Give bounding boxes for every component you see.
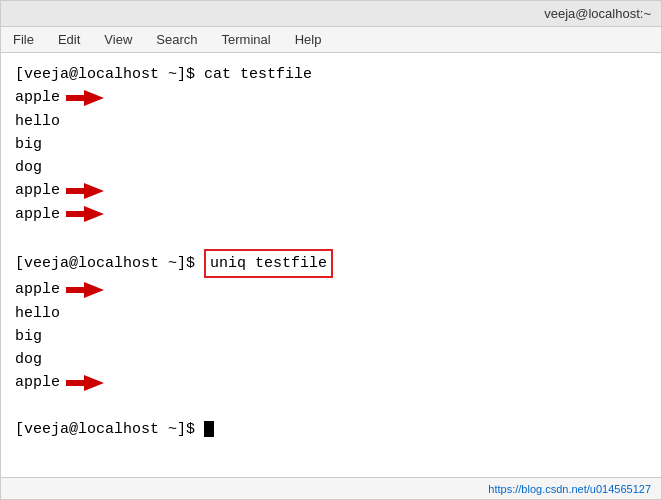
arrow-icon bbox=[66, 281, 104, 299]
terminal-text: dog bbox=[15, 348, 42, 371]
terminal-line: [veeja@localhost ~]$ uniq testfile bbox=[15, 249, 647, 278]
terminal-line: hello bbox=[15, 302, 647, 325]
arrow-icon bbox=[66, 205, 104, 223]
svg-marker-2 bbox=[66, 206, 104, 222]
menu-edit[interactable]: Edit bbox=[54, 30, 84, 49]
terminal-line: apple bbox=[15, 203, 647, 226]
svg-marker-1 bbox=[66, 183, 104, 199]
terminal-text: apple bbox=[15, 203, 60, 226]
arrow-icon bbox=[66, 89, 104, 107]
menu-bar: File Edit View Search Terminal Help bbox=[1, 27, 661, 53]
terminal-window: veeja@localhost:~ File Edit View Search … bbox=[0, 0, 662, 500]
terminal-text: apple bbox=[15, 179, 60, 202]
menu-view[interactable]: View bbox=[100, 30, 136, 49]
empty-line bbox=[15, 226, 647, 249]
window-title: veeja@localhost:~ bbox=[544, 6, 651, 21]
footer-url: https://blog.csdn.net/u014565127 bbox=[488, 483, 651, 495]
menu-file[interactable]: File bbox=[9, 30, 38, 49]
terminal-text: [veeja@localhost ~]$ bbox=[15, 252, 204, 275]
terminal-text: apple bbox=[15, 86, 60, 109]
menu-terminal[interactable]: Terminal bbox=[218, 30, 275, 49]
highlighted-command: uniq testfile bbox=[204, 249, 333, 278]
terminal-text: apple bbox=[15, 371, 60, 394]
terminal-text: hello bbox=[15, 110, 60, 133]
terminal-cursor bbox=[204, 421, 214, 437]
terminal-text: [veeja@localhost ~]$ bbox=[15, 418, 204, 441]
terminal-body[interactable]: [veeja@localhost ~]$ cat testfile apple … bbox=[1, 53, 661, 477]
terminal-line: dog bbox=[15, 156, 647, 179]
terminal-line: apple bbox=[15, 86, 647, 109]
footer-bar: https://blog.csdn.net/u014565127 bbox=[1, 477, 661, 499]
svg-marker-3 bbox=[66, 282, 104, 298]
terminal-text: apple bbox=[15, 278, 60, 301]
empty-line bbox=[15, 395, 647, 418]
terminal-line: big bbox=[15, 325, 647, 348]
terminal-text: hello bbox=[15, 302, 60, 325]
terminal-line: big bbox=[15, 133, 647, 156]
title-bar: veeja@localhost:~ bbox=[1, 1, 661, 27]
terminal-line: apple bbox=[15, 179, 647, 202]
terminal-line: [veeja@localhost ~]$ bbox=[15, 418, 647, 441]
arrow-icon bbox=[66, 374, 104, 392]
svg-marker-4 bbox=[66, 375, 104, 391]
terminal-line: [veeja@localhost ~]$ cat testfile bbox=[15, 63, 647, 86]
terminal-text: big bbox=[15, 133, 42, 156]
terminal-line: apple bbox=[15, 278, 647, 301]
arrow-icon bbox=[66, 182, 104, 200]
terminal-text: dog bbox=[15, 156, 42, 179]
terminal-line: dog bbox=[15, 348, 647, 371]
svg-marker-0 bbox=[66, 90, 104, 106]
terminal-line: hello bbox=[15, 110, 647, 133]
menu-search[interactable]: Search bbox=[152, 30, 201, 49]
terminal-line: apple bbox=[15, 371, 647, 394]
terminal-text: big bbox=[15, 325, 42, 348]
terminal-text: [veeja@localhost ~]$ cat testfile bbox=[15, 63, 312, 86]
menu-help[interactable]: Help bbox=[291, 30, 326, 49]
